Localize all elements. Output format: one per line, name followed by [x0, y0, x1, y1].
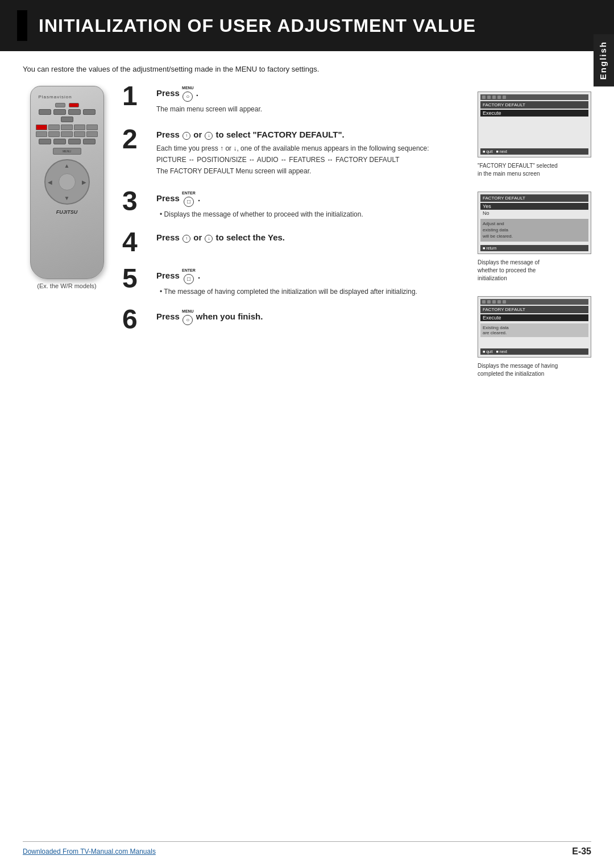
remote-grid-btn-2 [48, 124, 60, 130]
screen-3-existing-data: Existing dataare cleared. [480, 323, 588, 337]
step-6-title: Press MENU ○ when you finish. [156, 309, 472, 325]
screenshot-group-2: FACTORY DEFAULT Yes No Adjust andexistin… [478, 192, 591, 290]
steps-column: 1 Press MENU ○ . The main menu screen wi… [111, 86, 478, 386]
screen-3-footer-quit: ■ quit [483, 350, 492, 354]
step-6-content: Press MENU ○ when you finish. [156, 309, 472, 327]
remote-btn-video1 [39, 139, 51, 144]
screen-2-no: No [480, 210, 588, 217]
english-tab: English [594, 34, 614, 86]
step-4-down-icon: ↓ [205, 235, 213, 243]
remote-btn-memory [68, 109, 81, 115]
screen-1-item-execute: Execute [480, 110, 588, 117]
step-3-bullet: Displays the message of whether to proce… [156, 209, 472, 219]
step-1-desc: The main menu screen will appear. [156, 104, 472, 114]
screen-2-yes: Yes [480, 203, 588, 210]
remote-column: Plasmavision [23, 86, 111, 386]
remote-down-arrow: ▼ [64, 195, 70, 201]
step-2-title: Press ↑ or ↓ to select "FACTORY DEFAULT"… [156, 129, 472, 141]
remote-control-image: Plasmavision [30, 86, 104, 279]
step-2-up-btn: ↑ [182, 130, 191, 141]
screen-1-dot-3 [492, 95, 496, 99]
screen-3-dot-5 [503, 300, 506, 304]
step-4-down-btn: ↓ [204, 232, 213, 244]
screen-3-footer-next: ■ next [496, 350, 507, 354]
screen-1-dot-5 [503, 95, 506, 99]
remote-btn-video2 [53, 139, 66, 144]
remote-btn-picture [61, 117, 73, 122]
screen-1-footer-quit: ■ quit [483, 149, 492, 153]
screen-1-dot-4 [497, 95, 501, 99]
screen-3-header-text: FACTORY DEFAULT [483, 307, 525, 312]
step-3-enter-label-above: ENTER [182, 191, 196, 195]
step-1-number: 1 [122, 82, 151, 110]
screen-3-dot-1 [482, 300, 486, 304]
remote-row-picture [61, 117, 73, 122]
step-1-press-label: Press [156, 88, 182, 98]
step-5-content: Press ENTER □ . The message of having co… [156, 268, 472, 297]
content-layout: Plasmavision [23, 86, 591, 386]
step-2: 2 Press ↑ or ↓ to select "FACTORY DEFAUL… [122, 129, 472, 178]
remote-btn-mute [69, 103, 79, 107]
remote-btn-display [39, 109, 51, 115]
remote-fujitsu-logo: FUJITSU [56, 209, 78, 215]
remote-btn-wide [83, 109, 96, 115]
step-2-desc1: Each time you press ↑ or ↓, one of the a… [156, 143, 472, 153]
screen-mockup-3: FACTORY DEFAULT Execute Existing dataare… [478, 296, 591, 358]
screen-mockup-1: FACTORY DEFAULT Execute ■ quit ■ next [478, 92, 591, 157]
step-5-number: 5 [122, 265, 151, 292]
screen-2-caption: Displays the message ofwhether to procee… [478, 259, 591, 283]
screen-3-spacer [480, 339, 588, 345]
screen-2-footer: ■ return [480, 245, 588, 251]
step-6-menu-btn: MENU ○ [182, 309, 194, 325]
remote-grid-btn-8 [61, 131, 72, 137]
screenshots-column: FACTORY DEFAULT Execute ■ quit ■ next "F… [478, 86, 591, 386]
remote-button-grid [36, 124, 98, 137]
remote-btn-mode [53, 109, 66, 115]
screen-3-header: FACTORY DEFAULT [480, 306, 588, 313]
remote-menu-button: MENU [53, 148, 81, 155]
remote-grid-btn-3 [61, 124, 72, 130]
step-1-title: Press MENU ○ . [156, 86, 472, 102]
screen-2-footer-return: ■ return [483, 246, 496, 250]
screenshot-group-3: FACTORY DEFAULT Execute Existing dataare… [478, 296, 591, 386]
step-2-desc2: The FACTORY DEFAULT Menu screen will app… [156, 166, 472, 176]
step-5-enter-label-above: ENTER [182, 268, 196, 272]
step-1-content: Press MENU ○ . The main menu screen will… [156, 86, 472, 117]
step-2-down-btn: ↓ [204, 130, 213, 141]
step-3-title: Press ENTER □ . [156, 191, 472, 207]
screen-1-footer-row: ■ quit ■ next [483, 149, 586, 153]
screen-1-footer: ■ quit ■ next [480, 148, 588, 155]
step-1-period: . [196, 88, 198, 98]
remote-right-arrow: ▶ [82, 179, 86, 185]
screen-3-footer-row: ■ quit ■ next [483, 350, 586, 354]
header-accent-bar [17, 10, 27, 41]
step-1: 1 Press MENU ○ . The main menu screen wi… [122, 86, 472, 117]
screen-3-footer: ■ quit ■ next [480, 348, 588, 355]
screen-2-header-text: FACTORY DEFAULT [483, 196, 525, 201]
remote-grid-btn-7 [48, 131, 60, 137]
step-4-content: Press ↑ or ↓ to select the Yes. [156, 232, 472, 246]
remote-grid-btn-4 [74, 124, 85, 130]
remote-caption: (Ex. the W/R models) [37, 283, 97, 289]
screen-2-header: FACTORY DEFAULT [480, 194, 588, 202]
screen-2-gray-box: Adjust andexisting datawill be cleared. [480, 219, 588, 242]
screen-3-dot-2 [487, 300, 491, 304]
remote-enter-button [59, 173, 76, 190]
intro-text: You can restore the values of the adjust… [23, 65, 591, 73]
screen-1-icon-bar [480, 94, 588, 100]
remote-row-video [39, 139, 96, 144]
step-1-menu-btn-wrap: MENU ○ [182, 86, 194, 102]
screen-1-header-text: FACTORY DEFAULT [483, 102, 525, 107]
remote-top-buttons [55, 103, 79, 107]
step-6-menu-icon: ○ [182, 315, 193, 325]
step-3: 3 Press ENTER □ . Displays the message o… [122, 191, 472, 219]
remote-grid-btn-5 [86, 124, 98, 130]
step-2-up-icon: ↑ [182, 132, 190, 140]
footer-link[interactable]: Downloaded From TV-Manual.com Manuals [23, 848, 156, 855]
step-3-enter-btn: ENTER □ [182, 191, 196, 207]
step-2-content: Press ↑ or ↓ to select "FACTORY DEFAULT"… [156, 129, 472, 178]
step-3-enter-icon: □ [184, 197, 194, 207]
screen-3-dot-4 [497, 300, 501, 304]
remote-grid-btn-6 [36, 131, 47, 137]
step-2-down-icon: ↓ [205, 132, 213, 140]
